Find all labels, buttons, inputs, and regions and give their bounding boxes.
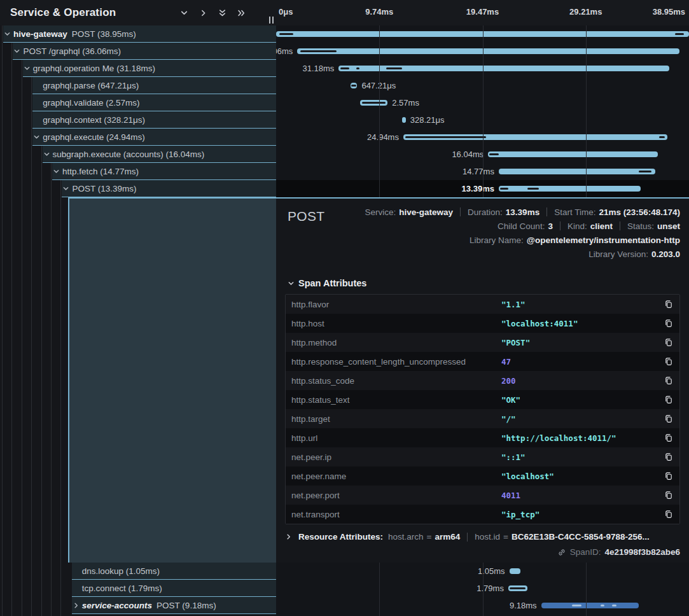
bar-notch	[601, 605, 604, 606]
span-tree-cell[interactable]: graphql.execute (24.94ms)	[0, 129, 276, 146]
span-tree-cell[interactable]: graphql.context (328.21μs)	[0, 111, 276, 129]
detail-meta-line: Library Name:@opentelemetry/instrumentat…	[470, 233, 680, 247]
copy-icon[interactable]	[662, 300, 673, 309]
span-tree-cell[interactable]: graphql.parse (647.21μs)	[0, 77, 276, 94]
copy-icon[interactable]	[662, 319, 673, 328]
copy-icon[interactable]	[662, 472, 673, 480]
span-duration-label: 16.04ms	[452, 146, 484, 163]
attribute-row: http.url "http://localhost:4011/"	[286, 428, 679, 447]
link-icon[interactable]	[557, 548, 566, 557]
span-tree-cell[interactable]: http.fetch (14.77ms)	[0, 163, 276, 180]
expand-chevron-icon[interactable]	[62, 185, 72, 192]
bar-notch	[489, 153, 499, 155]
span-duration-label: 13.39ms	[462, 180, 494, 197]
span-tree-cell[interactable]: graphql.validate (2.57ms)	[0, 94, 276, 111]
span-row[interactable]: POST /graphql (36.06ms) 36.06ms	[0, 43, 689, 60]
span-duration-label: 328.21μs	[410, 111, 445, 129]
span-timeline-cell[interactable]: 647.21μs	[276, 77, 689, 94]
expand-chevron-icon[interactable]	[53, 168, 62, 175]
resource-attributes[interactable]: Resource Attributes: host.arch=arm64host…	[285, 532, 680, 542]
span-duration-bar[interactable]	[297, 48, 679, 54]
copy-icon[interactable]	[662, 414, 673, 423]
span-tree-cell[interactable]: subgraph.execute (accounts) (16.04ms)	[0, 146, 276, 163]
span-row[interactable]: service-accounts POST (9.18ms) 9.18ms	[0, 597, 689, 614]
meta-label: Status:	[627, 221, 654, 231]
span-timeline-cell[interactable]: 2.57ms	[276, 94, 689, 111]
expand-chevron-icon[interactable]	[33, 134, 43, 141]
span-timeline-cell[interactable]: 31.18ms	[276, 60, 689, 77]
meta-divider	[460, 207, 461, 216]
span-duration-bar[interactable]	[499, 169, 655, 174]
ruler-tick: 29.21ms	[569, 7, 602, 17]
span-timeline-cell[interactable]: 14.77ms	[276, 163, 689, 180]
span-duration-bar[interactable]	[276, 31, 689, 37]
span-duration-bar[interactable]	[541, 603, 639, 608]
copy-icon[interactable]	[662, 357, 673, 366]
span-duration-bar[interactable]	[402, 117, 405, 123]
attribute-key: net.transport	[291, 510, 501, 519]
span-title: POST	[288, 205, 324, 261]
span-row[interactable]: subgraph.execute (accounts) (16.04ms) 16…	[0, 146, 689, 163]
span-duration-bar[interactable]	[499, 186, 641, 192]
attributes-table: http.flavor "1.1" http.host "localhost:4…	[285, 294, 680, 524]
span-timeline-cell[interactable]: 328.21μs	[276, 111, 689, 129]
panel-resize-handle[interactable]	[269, 17, 274, 24]
span-duration-bar[interactable]	[510, 568, 520, 574]
copy-icon[interactable]	[662, 376, 673, 385]
span-timeline-cell[interactable]: 1.79ms	[276, 580, 689, 597]
span-timeline-cell[interactable]: 36.06ms	[276, 43, 689, 60]
span-attributes-toggle[interactable]: Span Attributes	[288, 278, 680, 288]
expand-chevron-icon[interactable]	[13, 48, 23, 55]
span-row[interactable]: graphql.validate (2.57ms) 2.57ms	[0, 94, 689, 111]
attribute-key: http.method	[291, 338, 501, 347]
copy-icon[interactable]	[662, 338, 673, 347]
span-timeline-cell[interactable]: 9.18ms	[276, 597, 689, 614]
bar-notch	[500, 188, 508, 190]
span-tree-cell[interactable]: hive-gateway POST (38.95ms)	[0, 25, 276, 43]
attribute-row: net.peer.name "localhost"	[286, 466, 679, 486]
double-chevron-down-icon[interactable]	[218, 9, 226, 17]
span-tree-cell[interactable]: POST /graphql (36.06ms)	[0, 43, 276, 60]
copy-icon[interactable]	[662, 433, 673, 442]
span-row[interactable]: http.fetch (14.77ms) 14.77ms	[0, 163, 689, 180]
attribute-value: 47	[501, 357, 662, 367]
expand-chevron-icon[interactable]	[43, 151, 53, 158]
chevron-right-icon[interactable]	[199, 9, 207, 17]
copy-icon[interactable]	[662, 395, 673, 404]
span-tree-cell[interactable]: dns.lookup (1.05ms)	[0, 563, 276, 580]
attribute-value: 4011	[501, 491, 662, 500]
copy-icon[interactable]	[662, 510, 673, 519]
meta-value: client	[590, 221, 613, 231]
span-timeline-cell[interactable]	[276, 25, 689, 43]
span-tree-cell[interactable]: service-accounts POST (9.18ms)	[0, 597, 276, 614]
span-row[interactable]: graphql.execute (24.94ms) 24.94ms	[0, 129, 689, 146]
span-id-value: 4e21998f3b82abe6	[604, 547, 680, 557]
span-row[interactable]: tcp.connect (1.79ms) 1.79ms	[0, 580, 689, 597]
span-row[interactable]: graphql.context (328.21μs) 328.21μs	[0, 111, 689, 129]
expand-chevron-icon[interactable]	[4, 31, 13, 38]
span-row[interactable]: hive-gateway POST (38.95ms)	[0, 25, 689, 43]
expand-chevron-icon[interactable]	[24, 65, 33, 72]
span-row[interactable]: graphql.parse (647.21μs) 647.21μs	[0, 77, 689, 94]
copy-icon[interactable]	[662, 491, 673, 500]
meta-divider	[620, 221, 620, 230]
attribute-value: "OK"	[501, 395, 662, 405]
span-duration-bar[interactable]	[488, 151, 658, 157]
span-row[interactable]: dns.lookup (1.05ms) 1.05ms	[0, 563, 689, 580]
span-row[interactable]: graphql.operation Me (31.18ms) 31.18ms	[0, 60, 689, 77]
chevron-down-icon[interactable]	[180, 9, 188, 17]
span-timeline-cell[interactable]: 24.94ms	[276, 129, 689, 146]
double-chevron-right-icon[interactable]	[237, 9, 246, 17]
span-row[interactable]: POST (13.39ms) 13.39ms	[0, 180, 689, 197]
span-timeline-cell[interactable]: 13.39ms	[276, 180, 689, 197]
span-tree-cell[interactable]: tcp.connect (1.79ms)	[0, 580, 276, 597]
copy-icon[interactable]	[662, 452, 673, 461]
span-tree-cell[interactable]: POST (13.39ms)	[0, 180, 276, 197]
attribute-row: net.transport "ip_tcp"	[286, 505, 679, 524]
meta-divider	[467, 533, 468, 542]
timeline-ruler[interactable]: 0μs 9.74ms 19.47ms 29.21ms 38.95ms	[276, 0, 689, 25]
span-tree-cell[interactable]: graphql.operation Me (31.18ms)	[0, 60, 276, 77]
span-timeline-cell[interactable]: 16.04ms	[276, 146, 689, 163]
expand-chevron-icon[interactable]	[73, 602, 82, 609]
span-timeline-cell[interactable]: 1.05ms	[276, 563, 689, 580]
